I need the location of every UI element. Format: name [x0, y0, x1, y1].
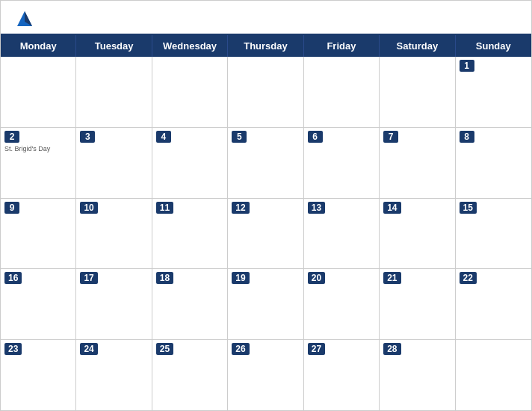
- day-number: 8: [460, 131, 474, 143]
- day-cell: 22: [456, 269, 531, 339]
- day-number: 16: [4, 272, 22, 284]
- day-cell: 1: [456, 57, 531, 127]
- day-number-row: 19: [232, 272, 299, 284]
- day-number-row: 21: [383, 272, 451, 284]
- day-cell: 28: [380, 340, 455, 410]
- day-cell: 26: [228, 340, 303, 410]
- day-cell: 27: [304, 340, 380, 410]
- day-number-row: 9: [4, 202, 72, 214]
- day-number: 7: [383, 131, 398, 143]
- calendar: MondayTuesdayWednesdayThursdayFridaySatu…: [0, 0, 532, 411]
- day-number: 9: [4, 202, 19, 214]
- day-number-row: 2: [4, 131, 72, 143]
- day-number-row: 25: [156, 343, 223, 355]
- day-number: 13: [308, 202, 325, 214]
- day-cell: 19: [228, 269, 303, 339]
- day-number: 14: [383, 202, 400, 214]
- day-header-friday: Friday: [304, 35, 380, 57]
- calendar-grid: MondayTuesdayWednesdayThursdayFridaySatu…: [1, 34, 531, 410]
- day-number-row: 14: [383, 202, 451, 214]
- day-number-row: 27: [308, 343, 375, 355]
- day-cell: 7: [380, 128, 455, 198]
- day-cell: 9: [1, 199, 76, 269]
- day-cell: [1, 57, 76, 127]
- day-cell: 6: [304, 128, 380, 198]
- day-number-row: 20: [308, 272, 375, 284]
- day-number-row: 7: [383, 131, 451, 143]
- day-number: 2: [4, 131, 19, 143]
- day-cell: 15: [456, 199, 531, 269]
- day-number-row: 10: [80, 202, 147, 214]
- day-cell: 20: [304, 269, 380, 339]
- week-row: 2St. Brigid's Day345678: [1, 128, 531, 199]
- day-number-row: 26: [232, 343, 299, 355]
- day-number: 12: [232, 202, 249, 214]
- calendar-header: [1, 1, 531, 34]
- day-cell: 8: [456, 128, 531, 198]
- day-cell: 18: [152, 269, 228, 339]
- day-number-row: 15: [460, 202, 528, 214]
- day-cell: 23: [1, 340, 76, 410]
- day-cell: 25: [152, 340, 228, 410]
- day-number: 10: [80, 202, 97, 214]
- day-cell: 16: [1, 269, 76, 339]
- day-number-row: 23: [4, 343, 72, 355]
- day-number-row: 22: [460, 272, 528, 284]
- day-cell: 14: [380, 199, 455, 269]
- day-number: 20: [308, 272, 325, 284]
- day-number: 15: [460, 202, 477, 214]
- day-number-row: 5: [232, 131, 299, 143]
- weeks-container: 12St. Brigid's Day3456789101112131415161…: [1, 57, 531, 410]
- day-cell: 10: [76, 199, 152, 269]
- day-number-row: 24: [80, 343, 147, 355]
- day-event: St. Brigid's Day: [4, 145, 72, 154]
- day-cell: [304, 57, 380, 127]
- day-number-row: 12: [232, 202, 299, 214]
- day-cell: 24: [76, 340, 152, 410]
- day-number-row: 13: [308, 202, 375, 214]
- day-number-row: 8: [460, 131, 528, 143]
- day-cell: 21: [380, 269, 455, 339]
- day-cell: [228, 57, 303, 127]
- day-number: 23: [4, 343, 22, 355]
- day-cell: 11: [152, 199, 228, 269]
- day-header-wednesday: Wednesday: [152, 35, 228, 57]
- day-number-row: 28: [383, 343, 451, 355]
- day-number-row: 11: [156, 202, 223, 214]
- day-number: 21: [383, 272, 400, 284]
- day-number-row: 17: [80, 272, 147, 284]
- day-number: 24: [80, 343, 97, 355]
- day-number: 11: [156, 202, 173, 214]
- day-number: 27: [308, 343, 325, 355]
- day-number: 5: [232, 131, 247, 143]
- day-header-tuesday: Tuesday: [76, 35, 152, 57]
- day-cell: 2St. Brigid's Day: [1, 128, 76, 198]
- day-number-row: 16: [4, 272, 72, 284]
- day-header-monday: Monday: [1, 35, 76, 57]
- day-cell: 17: [76, 269, 152, 339]
- day-headers: MondayTuesdayWednesdayThursdayFridaySatu…: [1, 35, 531, 57]
- day-cell: 3: [76, 128, 152, 198]
- day-number: 3: [80, 131, 95, 143]
- week-row: 1: [1, 57, 531, 128]
- day-header-saturday: Saturday: [380, 35, 455, 57]
- day-header-sunday: Sunday: [456, 35, 531, 57]
- week-row: 16171819202122: [1, 269, 531, 340]
- day-number: 22: [460, 272, 477, 284]
- day-number-row: 4: [156, 131, 223, 143]
- logo: [14, 8, 38, 29]
- week-row: 232425262728: [1, 340, 531, 410]
- logo-icon: [14, 8, 35, 29]
- day-number: 17: [80, 272, 97, 284]
- day-number: 25: [156, 343, 173, 355]
- day-cell: [456, 340, 531, 410]
- day-cell: 4: [152, 128, 228, 198]
- day-number: 1: [460, 60, 474, 72]
- day-cell: [152, 57, 228, 127]
- week-row: 9101112131415: [1, 199, 531, 270]
- day-number: 4: [156, 131, 171, 143]
- day-cell: 12: [228, 199, 303, 269]
- day-cell: [76, 57, 152, 127]
- day-cell: 13: [304, 199, 380, 269]
- day-cell: 5: [228, 128, 303, 198]
